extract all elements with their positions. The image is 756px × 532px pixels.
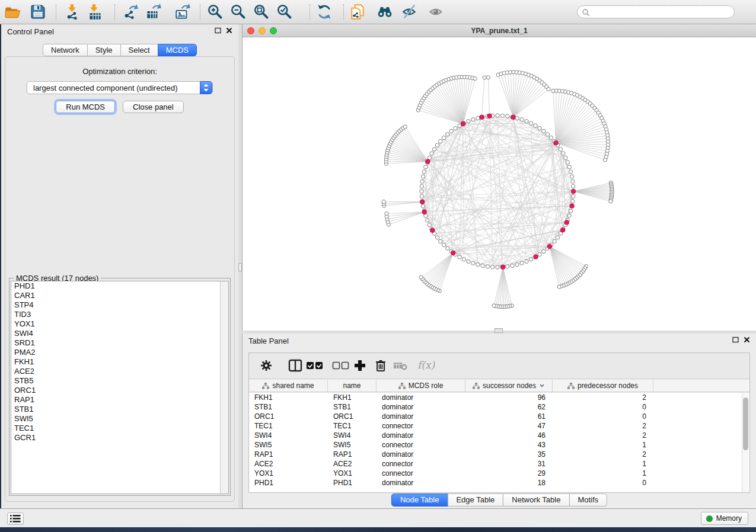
table-row[interactable]: SWI5SWI5connector431	[249, 440, 749, 450]
mcds-result-item[interactable]: TID3	[11, 310, 228, 319]
cell-shared-name: ACE2	[249, 459, 328, 469]
mcds-result-item[interactable]: CAR1	[11, 291, 228, 300]
table-row[interactable]: ORC1ORC1dominator610	[249, 412, 749, 421]
table-row[interactable]: TEC1TEC1connector472	[249, 421, 749, 431]
show-columns-icon[interactable]	[288, 359, 302, 372]
mcds-result-item[interactable]: STP4	[11, 300, 228, 310]
export-image-icon[interactable]	[174, 3, 192, 21]
table-row[interactable]: SWI4SWI4dominator462	[249, 431, 749, 440]
column-header-successor-nodes[interactable]: successor nodes	[465, 380, 553, 392]
zoom-selected-icon[interactable]	[276, 3, 294, 21]
toolbar-separator	[343, 4, 344, 20]
table-row[interactable]: ACE2ACE2connector311	[249, 459, 749, 469]
export-table-icon[interactable]	[145, 3, 162, 21]
status-bar: Memory	[0, 508, 756, 527]
table-tab-edge-table[interactable]: Edge Table	[447, 493, 503, 507]
cell-mcds-role: dominator	[377, 478, 465, 488]
open-session-icon[interactable]	[4, 3, 21, 21]
column-type-icon	[473, 383, 480, 389]
mcds-result-item[interactable]: YOX1	[11, 319, 228, 329]
table-row[interactable]: FKH1FKH1dominator962	[249, 393, 749, 402]
column-header-name[interactable]: name	[328, 380, 377, 392]
refresh-view-icon[interactable]	[315, 3, 333, 21]
control-panel: Control Panel NetworkStyleSelectMCDS Opt…	[1, 24, 238, 508]
column-header-shared-name[interactable]: shared name	[249, 380, 328, 392]
table-tab-node-table[interactable]: Node Table	[391, 493, 448, 507]
cell-successor-nodes: 61	[465, 412, 553, 421]
mcds-result-item[interactable]: RAP1	[11, 395, 228, 405]
close-panel-button[interactable]: Close panel	[123, 101, 184, 113]
float-panel-icon[interactable]	[215, 27, 221, 34]
mcds-result-item[interactable]: SWI5	[11, 414, 228, 424]
network-graph[interactable]	[243, 37, 756, 331]
mcds-result-list[interactable]: PHD1CAR1STP4TID3YOX1SWI4SRD1PMA2FKH1ACE2…	[11, 281, 229, 494]
find-icon[interactable]	[376, 3, 394, 21]
tab-mcds[interactable]: MCDS	[158, 44, 197, 56]
scrollbar-track[interactable]	[220, 281, 228, 493]
column-header-mcds-role[interactable]: MCDS role	[377, 380, 465, 392]
scrollbar-thumb[interactable]	[743, 398, 748, 450]
close-panel-icon[interactable]	[744, 336, 750, 343]
import-network-icon[interactable]	[64, 3, 82, 21]
run-mcds-button[interactable]: Run MCDS	[56, 101, 115, 113]
memory-button[interactable]: Memory	[701, 512, 748, 525]
table-row[interactable]: PHD1PHD1dominator180	[249, 478, 749, 488]
mcds-result-item[interactable]: ORC1	[11, 386, 228, 395]
zoom-in-icon[interactable]	[206, 3, 224, 21]
cell-successor-nodes: 47	[465, 421, 553, 431]
mcds-result-item[interactable]: SRD1	[11, 338, 228, 348]
mcds-result-item[interactable]: TEC1	[11, 424, 228, 433]
table-row[interactable]: RAP1RAP1dominator352	[249, 450, 749, 459]
table-tab-motifs[interactable]: Motifs	[569, 493, 607, 507]
mcds-result-item[interactable]: STB1	[11, 405, 228, 414]
table-toolbar: f(x)	[249, 353, 749, 379]
search-input[interactable]	[592, 7, 732, 17]
function-builder-icon[interactable]: f(x)	[417, 359, 435, 371]
scrollbar-track[interactable]	[742, 393, 749, 492]
hide-selected-icon[interactable]	[401, 3, 419, 21]
search-box	[577, 5, 735, 18]
zoom-out-icon[interactable]	[229, 3, 247, 21]
toolbar-separator	[114, 4, 115, 20]
select-all-checkboxes-icon[interactable]	[306, 359, 324, 372]
zoom-fit-icon[interactable]	[253, 3, 270, 21]
cell-predecessor-nodes: 2	[553, 450, 653, 459]
mcds-result-item[interactable]: FKH1	[11, 357, 228, 367]
table-tabs: Node TableEdge TableNetwork TableMotifs	[391, 493, 607, 507]
table-panel: Table Panel f(x) shared namenameMCDS rol…	[242, 334, 756, 508]
float-panel-icon[interactable]	[732, 336, 739, 343]
column-header-predecessor-nodes[interactable]: predecessor nodes	[553, 380, 653, 392]
network-list-icon[interactable]	[7, 512, 24, 525]
table-panel-titlebar: Table Panel	[243, 334, 756, 348]
tab-network[interactable]: Network	[43, 44, 88, 56]
network-canvas[interactable]	[243, 37, 756, 331]
cell-name: STB1	[328, 402, 377, 412]
table-tab-network-table[interactable]: Network Table	[503, 493, 569, 507]
optimization-criterion-select[interactable]: largest connected component (undirected)	[27, 81, 213, 94]
table-row[interactable]: YOX1YOX1connector291	[249, 469, 749, 478]
mcds-result-item[interactable]: GCR1	[11, 433, 228, 443]
close-panel-icon[interactable]	[226, 27, 232, 34]
delete-column-icon[interactable]	[375, 359, 387, 372]
mcds-result-item[interactable]: STB5	[11, 376, 228, 386]
tab-style[interactable]: Style	[87, 44, 121, 56]
deselect-all-checkboxes-icon[interactable]	[332, 359, 350, 372]
mcds-result-item[interactable]: ACE2	[11, 367, 228, 376]
tab-select[interactable]: Select	[120, 44, 158, 56]
mcds-result-item[interactable]: SWI4	[11, 329, 228, 338]
table-row[interactable]: STB1STB1dominator620	[249, 402, 749, 412]
save-session-icon[interactable]	[29, 3, 47, 21]
show-all-icon[interactable]	[428, 3, 445, 21]
settings-gear-icon[interactable]	[260, 359, 273, 372]
mcds-result-item[interactable]: PHD1	[11, 281, 228, 291]
export-network-icon[interactable]	[122, 3, 140, 21]
column-header-filler	[653, 380, 749, 392]
delete-table-icon[interactable]	[393, 359, 408, 372]
control-panel-tabs: NetworkStyleSelectMCDS	[43, 44, 197, 56]
mcds-result-item[interactable]: PMA2	[11, 348, 228, 357]
cell-predecessor-nodes: 2	[553, 421, 653, 431]
network-from-selection-icon[interactable]	[349, 3, 366, 21]
cell-name: ACE2	[328, 459, 377, 469]
add-column-icon[interactable]	[353, 359, 366, 372]
import-table-icon[interactable]	[86, 3, 104, 21]
